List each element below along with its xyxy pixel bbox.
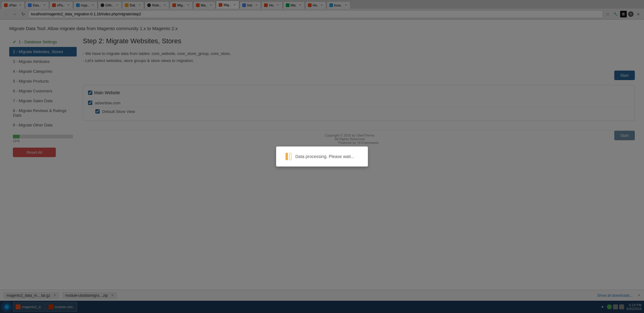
modal-overlay: Data processing. Please wait... xyxy=(0,20,644,290)
spinner-bar-1 xyxy=(286,153,288,160)
modal-text: Data processing. Please wait... xyxy=(295,154,354,159)
modal-box: Data processing. Please wait... xyxy=(276,146,368,167)
page-area: Migrate Data Tool: Allow migrate data fr… xyxy=(0,20,644,290)
spinner-bar-2 xyxy=(289,153,292,160)
spinner xyxy=(286,153,292,160)
